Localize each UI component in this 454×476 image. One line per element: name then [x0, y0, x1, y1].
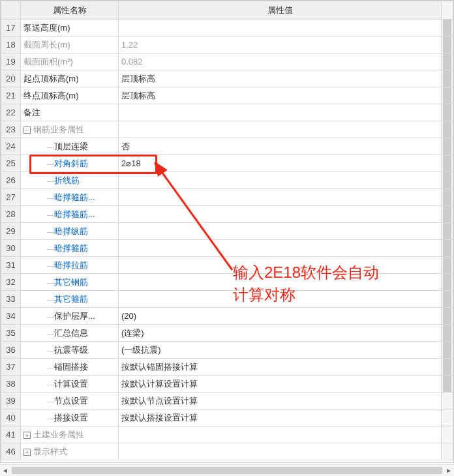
property-value[interactable]: 按默认锚固搭接计算: [119, 359, 442, 376]
property-name[interactable]: — 锚固搭接: [21, 359, 119, 376]
property-name[interactable]: — 暗撑纵筋: [21, 223, 119, 240]
property-value[interactable]: 按默认计算设置计算: [119, 376, 442, 393]
vscroll-thumb[interactable]: [443, 121, 451, 138]
hscroll-thumb[interactable]: [12, 467, 442, 474]
property-value[interactable]: [119, 104, 442, 121]
table-row[interactable]: 30— 暗撑箍筋: [1, 240, 453, 257]
vscroll-thumb[interactable]: [443, 240, 451, 257]
vscroll-cell[interactable]: [442, 325, 453, 342]
table-row[interactable]: 22备注: [1, 104, 453, 121]
collapse-icon[interactable]: −: [23, 126, 31, 134]
vscroll-cell[interactable]: [442, 155, 453, 172]
vscroll-thumb[interactable]: [443, 172, 451, 189]
vscroll-thumb[interactable]: [443, 274, 451, 291]
vscroll-thumb[interactable]: [443, 138, 451, 155]
hscroll-right-arrow[interactable]: ►: [444, 465, 454, 476]
vscroll-cell[interactable]: [442, 257, 453, 274]
property-name[interactable]: — 顶层连梁: [21, 138, 119, 155]
table-row[interactable]: 28— 暗撑箍筋...: [1, 206, 453, 223]
table-row[interactable]: 26— 折线筋: [1, 172, 453, 189]
vscroll-thumb[interactable]: [443, 87, 451, 104]
vscroll-cell[interactable]: [442, 189, 453, 206]
property-name[interactable]: — 对角斜筋: [21, 155, 119, 172]
vscroll-thumb[interactable]: [443, 53, 451, 70]
table-row[interactable]: 39— 节点设置按默认节点设置计算: [1, 393, 453, 409]
property-name[interactable]: — 暗撑箍筋...: [21, 189, 119, 206]
table-row[interactable]: 17泵送高度(m): [1, 20, 453, 37]
table-row[interactable]: 19截面面积(m²)0.082: [1, 53, 453, 70]
table-row[interactable]: 38— 计算设置按默认计算设置计算: [1, 376, 453, 393]
property-value[interactable]: [119, 20, 442, 37]
property-value[interactable]: 层顶标高: [119, 87, 442, 104]
property-value[interactable]: (20): [119, 308, 442, 325]
vscroll-cell[interactable]: [442, 359, 453, 376]
table-row[interactable]: 23−钢筋业务属性: [1, 121, 453, 138]
property-value[interactable]: [119, 172, 442, 189]
property-name[interactable]: −钢筋业务属性: [21, 121, 119, 138]
property-value[interactable]: [119, 426, 442, 443]
property-name[interactable]: — 保护层厚...: [21, 308, 119, 325]
table-row[interactable]: 34— 保护层厚...(20): [1, 308, 453, 325]
property-name[interactable]: +土建业务属性: [21, 426, 119, 443]
table-row[interactable]: 37— 锚固搭接按默认锚固搭接计算: [1, 359, 453, 376]
horizontal-scrollbar[interactable]: ◄ ►: [0, 464, 454, 476]
vscroll-thumb[interactable]: [443, 189, 451, 206]
property-value[interactable]: [119, 257, 442, 274]
property-name[interactable]: — 折线筋: [21, 172, 119, 189]
property-value[interactable]: [119, 274, 442, 291]
vscroll-thumb[interactable]: [443, 104, 451, 121]
property-name[interactable]: — 暗撑拉筋: [21, 257, 119, 274]
table-row[interactable]: 33— 其它箍筋: [1, 291, 453, 308]
table-row[interactable]: 24— 顶层连梁否: [1, 138, 453, 155]
property-value[interactable]: 按默认搭接设置计算: [119, 409, 442, 426]
property-value[interactable]: [119, 206, 442, 223]
property-value[interactable]: [119, 223, 442, 240]
table-row[interactable]: 46+显示样式: [1, 443, 453, 460]
property-value[interactable]: [119, 121, 442, 138]
table-row[interactable]: 25— 对角斜筋2⌀18: [1, 155, 453, 172]
property-name[interactable]: — 其它钢筋: [21, 274, 119, 291]
table-row[interactable]: 40— 搭接设置按默认搭接设置计算: [1, 409, 453, 426]
property-name[interactable]: 备注: [21, 104, 119, 121]
vscroll-cell[interactable]: [442, 342, 453, 359]
vscroll-cell[interactable]: [442, 138, 453, 155]
property-value[interactable]: [119, 443, 442, 460]
table-row[interactable]: 20起点顶标高(m)层顶标高: [1, 70, 453, 87]
property-name[interactable]: — 抗震等级: [21, 342, 119, 359]
vscroll-cell[interactable]: [442, 240, 453, 257]
vscroll-thumb[interactable]: [443, 325, 451, 342]
vscroll-thumb[interactable]: [443, 359, 451, 376]
table-row[interactable]: 29— 暗撑纵筋: [1, 223, 453, 240]
property-name[interactable]: — 汇总信息: [21, 325, 119, 342]
vscroll-thumb[interactable]: [443, 155, 451, 172]
property-name[interactable]: +显示样式: [21, 443, 119, 460]
property-value[interactable]: [119, 291, 442, 308]
header-value[interactable]: 属性值: [119, 1, 442, 20]
vscroll-thumb[interactable]: [443, 223, 451, 240]
property-name[interactable]: — 节点设置: [21, 393, 119, 409]
property-value[interactable]: 层顶标高: [119, 70, 442, 87]
table-row[interactable]: 31— 暗撑拉筋: [1, 257, 453, 274]
property-value[interactable]: 0.082: [119, 53, 442, 70]
property-value[interactable]: (一级抗震): [119, 342, 442, 359]
property-value[interactable]: 否: [119, 138, 442, 155]
property-value[interactable]: 按默认节点设置计算: [119, 393, 442, 409]
vscroll-thumb[interactable]: [443, 291, 451, 308]
property-value[interactable]: (连梁): [119, 325, 442, 342]
vscroll-cell[interactable]: [442, 70, 453, 87]
vscroll-cell[interactable]: [442, 443, 453, 460]
property-name[interactable]: — 搭接设置: [21, 409, 119, 426]
property-value[interactable]: 2⌀18: [119, 155, 442, 172]
property-name[interactable]: 截面周长(m): [21, 37, 119, 53]
vscroll-thumb[interactable]: [443, 257, 451, 274]
table-row[interactable]: 18截面周长(m)1.22: [1, 37, 453, 53]
table-row[interactable]: 36— 抗震等级(一级抗震): [1, 342, 453, 359]
vscroll-thumb[interactable]: [443, 206, 451, 223]
hscroll-track[interactable]: [10, 465, 444, 476]
property-name[interactable]: 起点顶标高(m): [21, 70, 119, 87]
vscroll-thumb[interactable]: [443, 342, 451, 359]
vscroll-cell[interactable]: [442, 376, 453, 393]
property-value[interactable]: [119, 189, 442, 206]
property-name[interactable]: 终点顶标高(m): [21, 87, 119, 104]
table-row[interactable]: 41+土建业务属性: [1, 426, 453, 443]
